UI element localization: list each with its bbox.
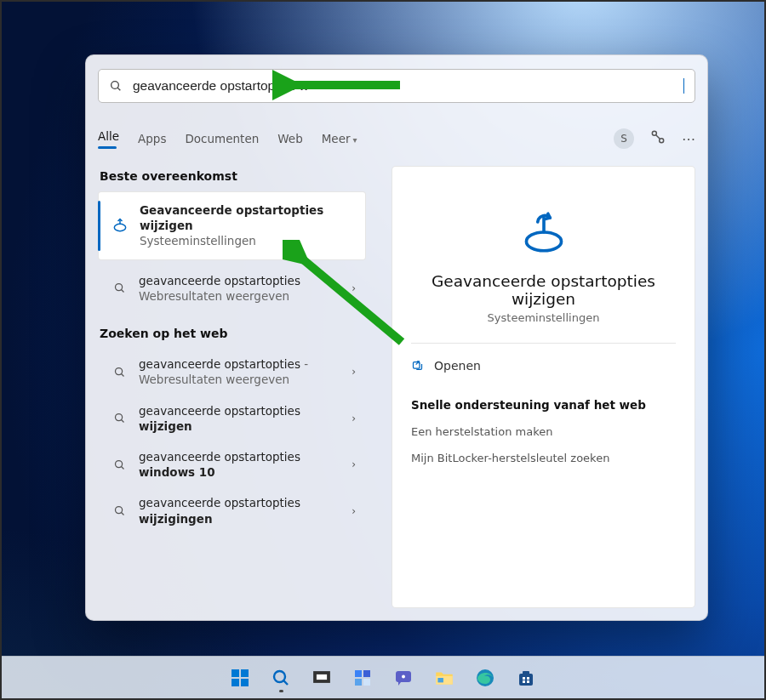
- search-icon: [110, 282, 129, 294]
- svg-line-5: [121, 290, 123, 293]
- tab-documents[interactable]: Documenten: [185, 132, 259, 145]
- svg-rect-20: [232, 679, 239, 686]
- microsoft-store[interactable]: [509, 661, 543, 695]
- svg-rect-26: [355, 670, 362, 677]
- section-best-match: Beste overeenkomst: [100, 169, 366, 183]
- svg-point-3: [660, 139, 664, 143]
- web-result[interactable]: geavanceerde opstartopties wijzigingen ›: [98, 487, 366, 533]
- svg-rect-33: [437, 678, 443, 682]
- filter-tabs: Alle Apps Documenten Web Meer▾ S ⋯: [98, 125, 695, 152]
- svg-point-10: [115, 460, 122, 467]
- detail-recovery-icon: [411, 208, 676, 257]
- open-external-icon: [411, 360, 424, 373]
- section-web-search: Zoeken op het web: [100, 327, 366, 340]
- result-bold: wijzigen: [139, 419, 192, 433]
- result-subtitle: Systeeminstellingen: [140, 233, 357, 248]
- svg-point-31: [402, 674, 405, 678]
- widgets[interactable]: [346, 661, 380, 695]
- result-text: geavanceerde opstartopties: [139, 450, 300, 464]
- edge-browser[interactable]: [468, 661, 502, 695]
- svg-rect-27: [363, 670, 370, 677]
- svg-rect-38: [527, 677, 529, 680]
- svg-point-6: [115, 367, 122, 374]
- search-icon: [110, 366, 129, 378]
- quick-link-recovery-drive[interactable]: Een herstelstation maken: [411, 425, 676, 438]
- search-icon: [110, 458, 129, 471]
- svg-rect-28: [355, 679, 362, 686]
- taskbar: [2, 656, 764, 698]
- open-label: Openen: [434, 359, 481, 373]
- svg-line-1: [117, 88, 120, 90]
- chevron-right-icon[interactable]: ›: [352, 282, 357, 294]
- web-result[interactable]: geavanceerde opstartopties wijzigen ›: [98, 396, 366, 441]
- account-avatar[interactable]: S: [614, 128, 634, 149]
- svg-rect-18: [232, 669, 239, 677]
- result-text: geavanceerde opstartopties: [139, 404, 300, 418]
- chat[interactable]: [386, 661, 420, 695]
- result-title: Geavanceerde opstartopties wijzigen: [140, 202, 357, 233]
- chevron-right-icon[interactable]: ›: [352, 505, 357, 517]
- result-suggest[interactable]: geavanceerde opstartopties Webresultaten…: [98, 265, 366, 311]
- tab-all[interactable]: Alle: [98, 129, 119, 149]
- results-column: Beste overeenkomst Geavanceerde opstarto…: [98, 166, 366, 608]
- task-view[interactable]: [305, 661, 339, 695]
- svg-point-4: [115, 284, 122, 291]
- search-window: Alle Apps Documenten Web Meer▾ S ⋯ Beste…: [85, 54, 708, 621]
- result-text: geavanceerde opstartopties: [139, 496, 300, 509]
- svg-line-11: [121, 466, 123, 469]
- svg-line-13: [121, 513, 123, 515]
- recovery-icon: [111, 217, 129, 234]
- tab-apps[interactable]: Apps: [138, 132, 166, 145]
- file-explorer[interactable]: [427, 661, 461, 695]
- result-best-match[interactable]: Geavanceerde opstartopties wijzigen Syst…: [98, 191, 366, 260]
- chevron-right-icon[interactable]: ›: [352, 413, 357, 424]
- search-icon: [110, 412, 129, 424]
- taskbar-search[interactable]: [264, 661, 298, 695]
- svg-rect-35: [519, 674, 533, 686]
- svg-point-0: [111, 82, 119, 89]
- quick-link-bitlocker[interactable]: Mijn BitLocker-herstelsleutel zoeken: [411, 452, 676, 464]
- detail-panel: Geavanceerde opstartopties wijzigen Syst…: [392, 166, 695, 608]
- search-icon: [109, 79, 123, 93]
- svg-rect-19: [241, 669, 249, 677]
- search-bar[interactable]: [98, 69, 695, 103]
- open-action[interactable]: Openen: [411, 356, 676, 376]
- svg-rect-40: [527, 680, 529, 683]
- result-text: geavanceerde opstartopties: [139, 357, 300, 371]
- chevron-right-icon[interactable]: ›: [352, 366, 357, 378]
- chevron-right-icon[interactable]: ›: [352, 458, 357, 470]
- svg-point-22: [274, 671, 285, 682]
- svg-rect-29: [363, 679, 370, 686]
- svg-rect-25: [316, 674, 328, 680]
- svg-rect-39: [523, 680, 525, 683]
- web-result[interactable]: geavanceerde opstartopties windows 10 ›: [98, 441, 366, 487]
- svg-point-14: [526, 232, 561, 251]
- detail-subtitle: Systeeminstellingen: [411, 311, 676, 324]
- search-input[interactable]: [133, 78, 685, 94]
- text-caret: [683, 78, 684, 94]
- result-bold: wijzigingen: [139, 512, 213, 526]
- more-options-icon[interactable]: ⋯: [682, 131, 695, 147]
- detail-title: Geavanceerde opstartopties wijzigen: [411, 272, 676, 308]
- svg-point-8: [115, 414, 122, 421]
- result-subtitle: Webresultaten weergeven: [139, 288, 352, 304]
- svg-point-12: [115, 507, 122, 514]
- svg-rect-37: [523, 677, 525, 680]
- result-title: geavanceerde opstartopties: [139, 273, 352, 288]
- start-button[interactable]: [223, 661, 257, 695]
- tab-more[interactable]: Meer▾: [322, 132, 357, 145]
- svg-line-9: [121, 420, 123, 423]
- org-sync-icon[interactable]: [649, 128, 666, 149]
- svg-line-23: [283, 680, 288, 685]
- search-icon: [110, 504, 129, 517]
- svg-point-2: [652, 131, 656, 135]
- tab-web[interactable]: Web: [277, 132, 302, 145]
- quick-support-heading: Snelle ondersteuning vanaf het web: [411, 398, 676, 412]
- divider: [411, 343, 676, 344]
- svg-rect-21: [241, 679, 249, 686]
- web-result[interactable]: geavanceerde opstartopties - Webresultat…: [98, 349, 366, 395]
- svg-line-7: [121, 373, 123, 376]
- svg-rect-36: [523, 671, 529, 674]
- chevron-down-icon: ▾: [353, 135, 357, 145]
- result-bold: windows 10: [139, 465, 215, 479]
